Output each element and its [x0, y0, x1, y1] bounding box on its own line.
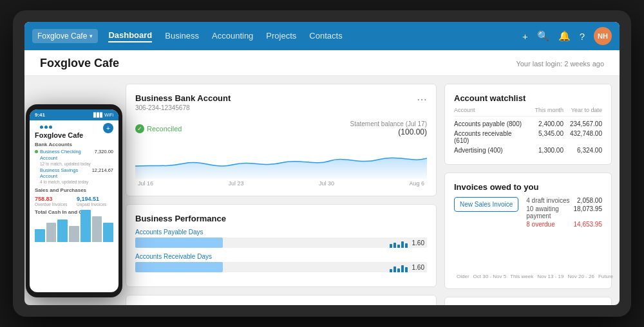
- phone-top-bar: 9:41 ▊▊▊ WiFi: [30, 109, 118, 120]
- watchlist-month-1: 2,400.00: [528, 120, 564, 127]
- ar-days-track: 1.60: [135, 262, 427, 272]
- ap-mini-bars: [390, 238, 408, 248]
- phone-cashflow-title: Total Cash In and Out: [35, 209, 113, 215]
- wifi-icon: WiFi: [104, 113, 113, 118]
- mini-bar: [401, 265, 404, 272]
- signal-icon: ▊▊▊: [93, 113, 103, 118]
- bank-chart-svg: [135, 140, 427, 179]
- watchlist-ytd-1: 234,567.00: [564, 120, 602, 127]
- nav-accounting[interactable]: Accounting: [212, 31, 253, 42]
- mini-bar: [397, 268, 400, 272]
- invoice-stats: 4 draft invoices 2,058.00 10 awaiting pa…: [526, 197, 602, 228]
- bills-title: Bills you need to pay: [135, 304, 427, 305]
- watchlist-col-account: Account: [454, 107, 528, 113]
- performance-card: Business Performance Accounts Payable Da…: [126, 204, 437, 287]
- invoice-bar-label: Nov 13 - 19: [537, 274, 564, 279]
- invoices-card: Invoices owed to you New Sales Invoice 4…: [444, 173, 612, 289]
- bell-icon[interactable]: 🔔: [558, 30, 571, 42]
- phone-account-1-sub: 12 to match, updated today: [40, 162, 95, 166]
- nav-right: + 🔍 🔔 ? NH: [522, 27, 612, 45]
- watchlist-card: Account watchlist Account This month Yea…: [444, 84, 612, 165]
- right-col: Account watchlist Account This month Yea…: [444, 84, 612, 297]
- last-login: Your last login: 2 weeks ago: [516, 60, 604, 68]
- new-sales-invoice-button[interactable]: New Sales Invoice: [454, 197, 518, 212]
- invoice-stat-1-value: 2,058.00: [577, 197, 602, 204]
- mini-bar: [397, 245, 400, 248]
- invoice-bar-group: Older: [457, 272, 469, 279]
- top-nav: Foxglove Cafe ▾ Dashboard Business Accou…: [24, 22, 620, 50]
- desktop-cards: Business Bank Account 306-234-12345678 ⋯…: [126, 84, 437, 297]
- phone-chart-bar: [103, 223, 113, 242]
- invoices-title: Invoices owed to you: [454, 182, 602, 192]
- phone-chart-bar: [80, 210, 91, 242]
- invoice-stat-1: 4 draft invoices 2,058.00: [526, 197, 602, 204]
- dot-1: [40, 126, 43, 129]
- nav-links: Dashboard Business Accounting Projects C…: [108, 30, 522, 42]
- mini-bar: [393, 243, 396, 248]
- invoice-stat-3-label: 8 overdue: [526, 221, 554, 228]
- help-icon[interactable]: ?: [580, 31, 585, 42]
- mini-bar: [393, 266, 396, 272]
- page-header: Foxglove Cafe Your last login: 2 weeks a…: [24, 50, 620, 76]
- watchlist-col-month: This month: [528, 107, 564, 113]
- bills-card: Bills you need to pay New Bill 1 draft i…: [126, 295, 437, 305]
- phone-add-button[interactable]: +: [103, 123, 113, 133]
- phone-chart-bar: [69, 226, 79, 242]
- invoice-bar-group: Nov 20 - 26: [568, 272, 594, 279]
- watchlist-title: Account watchlist: [454, 93, 602, 103]
- nav-dashboard[interactable]: Dashboard: [108, 30, 152, 42]
- nav-business[interactable]: Business: [165, 31, 199, 42]
- add-icon[interactable]: +: [522, 31, 528, 42]
- page-title: Foxglove Cafe: [40, 57, 119, 70]
- org-selector[interactable]: Foxglove Cafe ▾: [32, 29, 98, 43]
- phone-account-2-amount: 12,214.67: [92, 167, 113, 185]
- phone-account-row-2: Business Savings Account 4 to match, upd…: [35, 167, 113, 185]
- bank-card-menu-icon[interactable]: ⋯: [417, 93, 427, 106]
- phone-dots: [40, 126, 108, 129]
- bank-account-title: Business Bank Account: [135, 93, 231, 103]
- chart-date-3: Jul 30: [319, 180, 334, 187]
- ap-days-label: Accounts Payable Days: [135, 229, 427, 236]
- dot-2: [44, 126, 48, 129]
- device-frame: Foxglove Cafe ▾ Dashboard Business Accou…: [13, 10, 631, 317]
- watchlist-ytd-3: 6,324.00: [564, 147, 602, 154]
- phone-chart-bar: [35, 229, 45, 242]
- reconciled-badge: ✓ Reconciled: [135, 124, 182, 133]
- cashflow-title: Total cashflow: [454, 304, 602, 305]
- mini-bar: [390, 269, 392, 272]
- phone-status-icons: ▊▊▊ WiFi: [93, 113, 113, 118]
- org-name: Foxglove Cafe: [37, 32, 87, 41]
- watchlist-row-3: Advertising (400) 1,300.00 6,324.00: [454, 145, 602, 155]
- phone-overlay: 9:41 ▊▊▊ WiFi +: [26, 104, 122, 297]
- watchlist-month-3: 1,300.00: [528, 147, 564, 154]
- statement-balance: Statement balance (Jul 17) (100.00): [350, 120, 427, 136]
- chart-date-4: Aug 6: [409, 180, 424, 187]
- invoice-stat-3: 8 overdue 14,653.95: [526, 221, 602, 228]
- performance-title: Business Performance: [135, 214, 427, 223]
- ar-days-label: Accounts Receivable Days: [135, 253, 427, 260]
- dot-3: [49, 126, 52, 129]
- invoice-stat-3-value: 14,653.95: [574, 221, 603, 228]
- reconciled-row: ✓ Reconciled Statement balance (Jul 17) …: [135, 120, 427, 136]
- left-col: 9:41 ▊▊▊ WiFi +: [32, 84, 437, 297]
- avatar[interactable]: NH: [594, 27, 612, 45]
- mini-bar: [405, 267, 408, 272]
- chevron-down-icon: ▾: [90, 33, 93, 39]
- invoice-stat-2: 10 awaiting payment 18,073.95: [526, 205, 602, 220]
- invoice-stat-2-label: 10 awaiting payment: [526, 205, 573, 220]
- invoice-bar-group: Future: [598, 272, 613, 279]
- search-icon[interactable]: 🔍: [537, 30, 549, 42]
- phone-mini-chart: [35, 216, 113, 242]
- dashboard-body: 9:41 ▊▊▊ WiFi +: [24, 76, 620, 305]
- phone-unpaid-label: Unpaid Invoices: [77, 202, 113, 207]
- nav-contacts[interactable]: Contacts: [309, 31, 342, 42]
- ap-days-fill: [135, 238, 223, 248]
- phone-overdue-label: Overdue Invoices: [35, 202, 71, 207]
- invoice-bar-label: Nov 20 - 26: [568, 274, 594, 279]
- reconciled-label: Reconciled: [147, 125, 182, 133]
- nav-projects[interactable]: Projects: [266, 31, 296, 42]
- bank-chart-area: [135, 140, 427, 179]
- ar-days-value: 1.60: [412, 264, 424, 271]
- phone-unpaid-value: 9,194.51: [77, 196, 113, 202]
- phone-content: Foxglove Cafe Bank Accounts Business Che…: [30, 129, 118, 292]
